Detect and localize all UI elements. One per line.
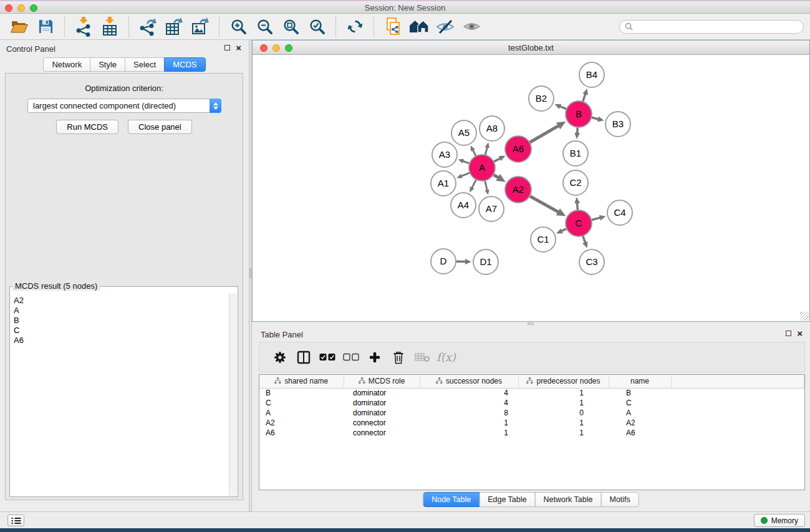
graph-edge-A-A6[interactable] [494, 158, 502, 162]
float-panel-icon[interactable] [224, 45, 230, 51]
column-header-shared-name[interactable]: shared name [259, 375, 344, 388]
graph-node-A3[interactable]: A3 [432, 142, 457, 167]
tab-style[interactable]: Style [90, 57, 125, 72]
duplicate-network-button[interactable] [380, 16, 406, 38]
search-box[interactable] [619, 20, 804, 34]
zoom-out-button[interactable] [251, 16, 277, 38]
zoom-fit-button[interactable] [277, 16, 304, 38]
open-session-button[interactable] [6, 16, 32, 38]
hide-panels-button[interactable] [432, 16, 458, 38]
table-row[interactable]: A6connector11A6 [259, 428, 804, 438]
graph-node-C3[interactable]: C3 [579, 249, 604, 274]
graph-edge-B-B1[interactable] [577, 127, 577, 135]
graph-node-C2[interactable]: C2 [563, 170, 588, 195]
table-row[interactable]: Bdominator41B [259, 388, 804, 398]
search-input[interactable] [636, 22, 798, 31]
table-row[interactable]: Adominator80A [259, 408, 804, 418]
graph-edge-C-C4[interactable] [591, 217, 602, 220]
graph-node-B[interactable]: B [566, 101, 592, 127]
graph-edge-B-B2[interactable] [559, 106, 567, 109]
show-panels-button[interactable] [458, 16, 485, 38]
close-panel-icon[interactable]: × [236, 44, 241, 51]
float-table-panel-icon[interactable] [786, 331, 791, 336]
column-header-name[interactable]: name [609, 375, 671, 388]
graph-edge-A-A1[interactable] [460, 173, 470, 177]
zoom-in-button[interactable] [225, 16, 251, 38]
graph-edge-A-A8[interactable] [485, 146, 488, 155]
import-table-button[interactable] [97, 16, 123, 38]
close-table-panel-icon[interactable]: × [797, 330, 803, 337]
delete-table-button[interactable] [410, 345, 434, 370]
delete-column-button[interactable] [387, 345, 410, 370]
graph-edge-A-A7[interactable] [485, 181, 488, 192]
divider-grip[interactable] [249, 268, 251, 278]
select-all-button[interactable] [316, 345, 339, 370]
close-panel-button[interactable]: Close panel [128, 120, 192, 134]
optimization-criterion-select[interactable]: largest connected component (directed) [27, 99, 221, 113]
column-header-successor-nodes[interactable]: successor nodes [420, 375, 518, 388]
import-network-button[interactable] [70, 16, 97, 38]
column-header-mcds-role[interactable]: MCDS role [344, 375, 420, 388]
zoom-selected-button[interactable] [304, 16, 330, 38]
table-settings-button[interactable] [268, 345, 292, 370]
graph-node-A8[interactable]: A8 [480, 116, 504, 141]
memory-button[interactable]: Memory [754, 514, 805, 527]
desktop-background-strip [0, 528, 810, 532]
mcds-result-list[interactable]: A2ABCA6 [10, 293, 229, 496]
show-columns-button[interactable] [292, 345, 316, 370]
graph-node-A5[interactable]: A5 [451, 120, 476, 145]
graph-node-B1[interactable]: B1 [563, 141, 588, 166]
result-scrollbar[interactable] [229, 293, 237, 496]
graph-edge-A6-B[interactable] [529, 125, 561, 143]
graph-node-A4[interactable]: A4 [451, 193, 476, 218]
graph-edge-A-A4[interactable] [471, 180, 476, 190]
function-builder-button[interactable]: f(x) [436, 351, 456, 364]
graph-edge-A-A3[interactable] [461, 161, 470, 164]
tab-edge-table[interactable]: Edge Table [479, 492, 535, 507]
network-canvas[interactable]: B4B2BB3A8A5A6B1A3AC2A1A2A4A7C4CC1C3DD1 [253, 55, 809, 321]
deselect-all-button[interactable] [339, 345, 363, 370]
graph-edge-B-B3[interactable] [591, 117, 600, 120]
graph-node-B3[interactable]: B3 [605, 112, 630, 137]
table-row[interactable]: A2connector11A2 [259, 418, 804, 428]
graph-node-A[interactable]: A [469, 155, 495, 181]
graph-edge-C-C3[interactable] [583, 236, 586, 244]
column-header-predecessor-nodes[interactable]: predecessor nodes [518, 375, 609, 388]
graph-node-B2[interactable]: B2 [529, 86, 554, 111]
window-resize-grip[interactable] [800, 312, 809, 321]
graph-node-D[interactable]: D [431, 249, 456, 274]
save-session-button[interactable] [32, 16, 59, 38]
graph-edge-A-A5[interactable] [472, 149, 476, 157]
graph-node-C1[interactable]: C1 [531, 227, 556, 252]
graph-node-A1[interactable]: A1 [431, 171, 456, 196]
graph-node-C[interactable]: C [566, 210, 592, 236]
tab-node-table[interactable]: Node Table [423, 492, 480, 507]
tab-motifs[interactable]: Motifs [600, 492, 639, 507]
graph-edge-C-C1[interactable] [560, 229, 567, 232]
tab-select[interactable]: Select [125, 57, 165, 72]
graph-node-D1[interactable]: D1 [473, 249, 498, 274]
graph-node-C4[interactable]: C4 [607, 200, 632, 225]
graph-node-A2[interactable]: A2 [505, 177, 531, 203]
tab-network[interactable]: Network [43, 57, 90, 72]
graph-edge-A-A2[interactable] [493, 175, 501, 179]
graph-edge-C-C2[interactable] [577, 201, 577, 210]
graph-edge-B-B4[interactable] [583, 92, 586, 102]
graph-node-A6[interactable]: A6 [505, 136, 531, 162]
export-table-button[interactable] [161, 16, 187, 38]
run-mcds-button[interactable]: Run MCDS [56, 120, 118, 134]
graph-edge-A2-C[interactable] [529, 196, 561, 213]
network-window-titlebar[interactable]: testGlobe.txt [253, 41, 809, 55]
task-history-button[interactable] [7, 515, 24, 526]
network-overview-button[interactable] [406, 16, 432, 38]
tab-network-table[interactable]: Network Table [535, 492, 602, 507]
add-column-button[interactable] [363, 345, 387, 370]
horizontal-divider-grip[interactable] [528, 322, 534, 325]
graph-node-A7[interactable]: A7 [479, 196, 504, 221]
export-image-button[interactable] [187, 16, 213, 38]
apply-layout-button[interactable] [342, 16, 368, 38]
table-row[interactable]: Cdominator41C [259, 398, 804, 408]
graph-node-B4[interactable]: B4 [579, 62, 604, 87]
tab-mcds[interactable]: MCDS [164, 57, 205, 72]
export-network-button[interactable] [135, 16, 161, 38]
